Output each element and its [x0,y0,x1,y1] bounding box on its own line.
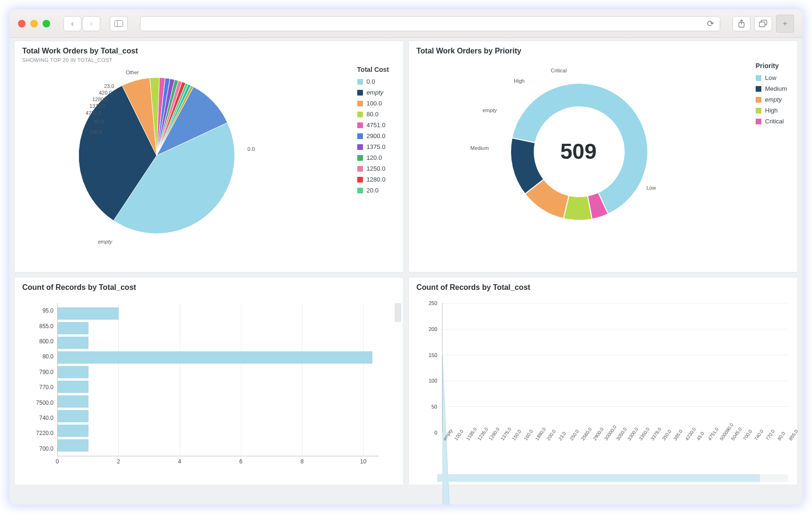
legend-swatch [756,119,761,124]
horizontal-scrollbar[interactable] [437,474,788,482]
vertical-scrollbar[interactable] [395,303,401,322]
sidebar-icon [115,20,123,27]
legend-swatch [756,75,761,81]
bar-x-label: 4 [178,458,181,465]
pie-chart[interactable] [71,70,242,241]
legend-item[interactable]: Medium [756,85,787,92]
card-subtitle: SHOWING TOP 20 IN TOTAL_COST [15,57,403,66]
legend-item[interactable]: 100.0 [357,100,389,107]
legend-total-cost: Total Cost 0.0empty100.080.04751.02900.0… [357,66,389,198]
legend-swatch [357,188,363,193]
bar-y-label: 80.0 [24,353,53,360]
card-line-records-cost: Count of Records by Total_cost 250200150… [408,277,798,485]
url-bar[interactable]: ⟳ [140,16,720,31]
legend-label: Medium [765,85,787,92]
sidebar-toggle-button[interactable] [110,16,128,31]
legend-swatch [357,177,363,183]
legend-label: 120.0 [367,154,382,161]
legend-item[interactable]: 4751.0 [357,122,389,129]
legend-item[interactable]: 0.0 [357,78,389,85]
bar-x-label: 10 [360,458,366,465]
share-icon [738,19,745,28]
bar[interactable] [58,425,88,437]
line-y-label: 250 [429,300,437,306]
minimize-window-icon[interactable] [30,20,38,27]
card-title: Count of Records by Total_cost [15,278,403,294]
legend-label: 2900.0 [367,132,386,139]
card-content: 250200150100500 empty100.01185.01235.012… [409,294,797,485]
legend-title: Total Cost [357,66,389,73]
traffic-lights [18,20,50,27]
legend-item[interactable]: Critical [756,118,787,125]
close-window-icon[interactable] [18,20,26,27]
tabs-icon [759,20,768,27]
scrollbar-thumb[interactable] [437,474,760,482]
bar-y-label: 790.0 [24,369,53,375]
new-tab-button[interactable]: + [776,15,794,33]
bar[interactable] [58,410,88,422]
maximize-window-icon[interactable] [43,20,50,27]
legend-label: Critical [765,118,784,125]
legend-swatch [756,86,761,92]
line-y-label: 150 [429,352,437,358]
callout-100: 100.0 [89,129,102,135]
line-chart[interactable]: 250200150100500 empty100.01185.01235.012… [423,303,788,466]
legend-swatch [756,108,761,113]
legend-swatch [357,90,363,96]
bar[interactable] [58,439,88,452]
share-button[interactable] [733,16,750,31]
legend-item[interactable]: 80.0 [357,111,389,118]
legend-item[interactable]: Low [756,74,787,81]
bar[interactable] [58,322,88,334]
bar[interactable] [58,395,88,408]
legend-item[interactable]: 1280.0 [357,176,389,183]
bar[interactable] [58,337,88,349]
legend-label: Low [765,74,777,81]
legend-item[interactable]: 20.0 [357,187,389,194]
legend-item[interactable]: empty [357,89,389,96]
callout-critical: Critical [551,68,567,73]
bar-x-label: 6 [239,458,243,465]
tabs-button[interactable] [754,16,772,31]
callout-1375: 1375.0 [89,103,106,109]
svg-rect-4 [759,22,765,26]
dashboard-grid: Total Work Orders by Total_cost SHOWING … [9,38,803,505]
callout-high: High [514,78,525,84]
bar-chart[interactable]: 95.0855.0800.080.0790.0770.07500.0740.07… [24,303,384,475]
nav-forward-button[interactable]: › [82,16,100,31]
legend-item[interactable]: 120.0 [357,154,389,161]
nav-buttons: ‹ › [63,16,100,31]
card-title: Count of Records by Total_cost [409,278,797,294]
bar[interactable] [58,307,119,320]
legend-item[interactable]: empty [756,96,787,103]
legend-label: 1375.0 [367,143,386,150]
callout-23: 23.0 [104,83,114,89]
bar[interactable] [58,381,88,393]
legend-swatch [357,133,363,139]
bar-x-label: 0 [56,458,59,465]
plus-icon: + [783,19,787,28]
callout-420: 420.0 [99,90,112,96]
bar-x-label: 2 [117,458,120,465]
legend-item[interactable]: 1250.0 [357,165,389,172]
legend-swatch [357,101,363,106]
reload-icon[interactable]: ⟳ [707,18,714,29]
bar-y-axis: 95.0855.0800.080.0790.0770.07500.0740.07… [24,303,57,456]
card-content: 509 Critical High empty Medium Low Prior… [409,57,797,272]
card-title: Total Work Orders by Total_cost [15,41,403,57]
legend-item[interactable]: High [756,107,787,114]
bar-y-label: 800.0 [24,338,53,345]
bar[interactable] [58,366,88,378]
card-pie-total-cost: Total Work Orders by Total_cost SHOWING … [14,41,404,272]
chevron-left-icon: ‹ [71,19,73,28]
bar-y-label: 770.0 [24,384,53,391]
legend-item[interactable]: 1375.0 [357,143,389,150]
legend-item[interactable]: 2900.0 [357,132,389,139]
legend-swatch [357,155,363,161]
legend-label: empty [765,96,782,103]
legend-label: High [765,107,778,114]
card-donut-priority: Total Work Orders by Priority 509 Critic… [408,41,798,272]
nav-back-button[interactable]: ‹ [63,16,81,31]
bar-plot-area [57,303,379,456]
bar[interactable] [58,351,372,364]
